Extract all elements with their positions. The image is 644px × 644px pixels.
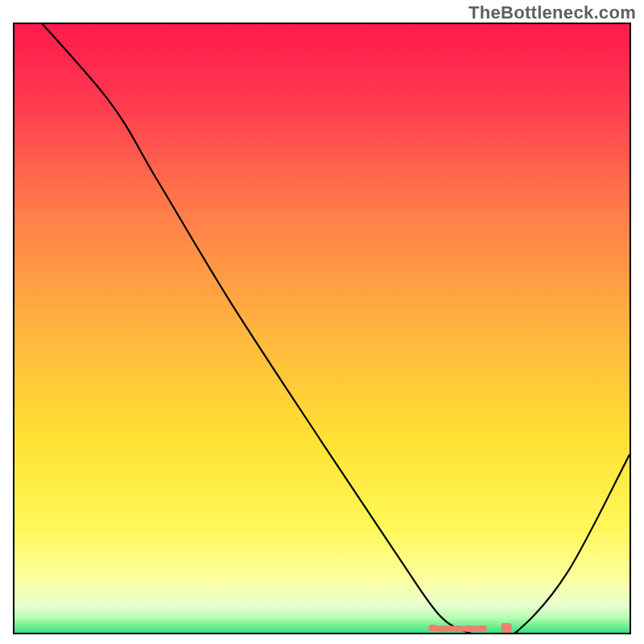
watermark-text: TheBottleneck.com <box>469 2 636 23</box>
bottleneck-chart <box>13 23 631 634</box>
optimal-marker <box>502 623 512 633</box>
optimal-marker-bar <box>433 625 481 631</box>
bottleneck-curve <box>14 24 630 634</box>
